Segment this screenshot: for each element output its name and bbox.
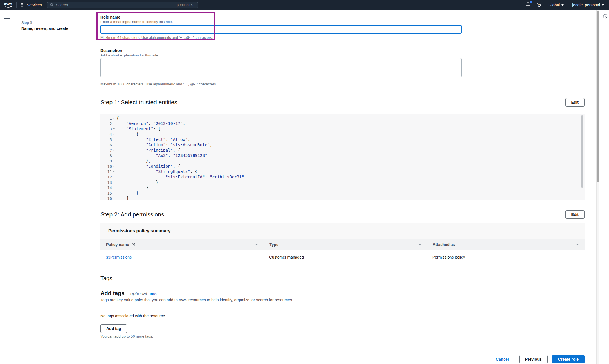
description-constraint: Maximum 1000 characters. Use alphanumeri…: [100, 82, 585, 87]
role-name-label: Role name: [100, 15, 585, 20]
chevron-down-icon: [561, 4, 564, 6]
main-content: Role name Enter a meaningful name to ide…: [100, 10, 585, 364]
add-tags-title: Add tags: [100, 290, 125, 297]
side-menu-toggle[interactable]: [4, 15, 10, 19]
sort-icon[interactable]: [576, 244, 579, 245]
wizard-step-title: Name, review, and create: [21, 26, 93, 31]
topbar-right-group: ? Global jeagle_personal: [526, 2, 604, 8]
permissions-summary-panel: Permissions policy summary Policy name T…: [100, 223, 585, 264]
step1-heading: Step 1: Select trusted entities: [100, 99, 177, 106]
create-role-button[interactable]: Create role: [552, 355, 585, 363]
tags-divider: [100, 306, 585, 306]
role-name-input-wrap: [100, 25, 462, 34]
editor-scrollbar[interactable]: [581, 115, 583, 188]
search-shortcut-hint: [Option+S]: [177, 3, 194, 7]
role-name-constraint: Maximum 64 characters. Use alphanumeric …: [100, 35, 585, 40]
column-header-attached-as[interactable]: Attached as: [427, 239, 585, 250]
code-gutter: 12345678910111213141516: [100, 116, 116, 200]
column-label: Type: [269, 242, 278, 247]
aws-smile-icon: [5, 6, 12, 8]
column-label: Attached as: [433, 242, 455, 247]
services-menu[interactable]: Services: [21, 3, 42, 7]
top-navigation-bar: aws Services Search [Option+S]: [0, 0, 609, 10]
cell-policy-name: s3Permissions: [100, 255, 264, 259]
tags-description: Tags are key-value pairs that you can ad…: [100, 298, 585, 302]
tags-section-heading: Tags: [100, 275, 585, 282]
description-hint: Add a short explanation for this role.: [100, 53, 585, 58]
table-header-row: Policy name Type Attached as: [100, 239, 585, 250]
region-label: Global: [549, 3, 560, 7]
help-icon: ?: [536, 3, 541, 7]
topbar-divider: [16, 2, 17, 8]
column-header-type[interactable]: Type: [264, 239, 427, 250]
policy-link[interactable]: s3Permissions: [106, 255, 132, 259]
notification-dot: [530, 1, 532, 3]
search-icon: [50, 3, 54, 7]
aws-logo[interactable]: aws: [4, 2, 12, 8]
column-label: Policy name: [106, 242, 129, 247]
apps-grid-icon: [21, 3, 25, 7]
table-row: s3Permissions Customer managed Permissio…: [100, 250, 585, 264]
step1-section-header: Step 1: Select trusted entities Edit: [100, 98, 585, 107]
description-textarea[interactable]: [100, 58, 462, 77]
aws-logo-text: aws: [4, 2, 12, 6]
wizard-step-label: Step 3: [21, 21, 93, 25]
step2-heading: Step 2: Add permissions: [100, 211, 164, 218]
role-name-input[interactable]: [100, 25, 462, 34]
add-tag-button[interactable]: Add tag: [100, 324, 127, 333]
tags-limit-text: You can add up to 50 more tags.: [100, 334, 585, 339]
previous-button[interactable]: Previous: [519, 355, 548, 363]
role-name-hint: Enter a meaningful name to identify this…: [100, 20, 585, 24]
column-header-policy-name[interactable]: Policy name: [100, 239, 264, 250]
add-tags-header: Add tags - optional Info: [100, 290, 585, 297]
permissions-panel-header: Permissions policy summary: [100, 223, 585, 239]
trust-policy-editor[interactable]: 12345678910111213141516 { "Version": "20…: [100, 114, 585, 200]
wizard-steps-nav: Step 3 Name, review, and create: [21, 18, 93, 31]
account-menu[interactable]: jeagle_personal: [572, 3, 604, 7]
svg-text:?: ?: [538, 4, 540, 6]
help-button[interactable]: ?: [536, 3, 541, 7]
cell-attached-as: Permissions policy: [427, 255, 585, 259]
bell-icon: [526, 2, 530, 7]
account-label: jeagle_personal: [572, 3, 600, 7]
cancel-button[interactable]: Cancel: [496, 357, 509, 361]
code-lines: { "Version": "2012-10-17", "Statement": …: [116, 116, 244, 200]
page-scrollbar-thumb[interactable]: [597, 11, 599, 182]
wizard-footer-actions: Cancel Previous Create role: [100, 355, 585, 363]
page-scrollbar: [596, 10, 599, 364]
edit-trusted-entities-button[interactable]: Edit: [565, 98, 585, 107]
text-cursor: [104, 27, 104, 32]
search-placeholder: Search: [56, 3, 68, 7]
sort-icon[interactable]: [418, 244, 421, 245]
permissions-panel-title: Permissions policy summary: [108, 229, 170, 234]
region-selector[interactable]: Global: [549, 3, 564, 7]
tags-empty-text: No tags associated with the resource.: [100, 314, 585, 318]
help-panel-rail: [601, 10, 609, 364]
step2-section-header: Step 2: Add permissions Edit: [100, 210, 585, 219]
info-icon[interactable]: [603, 14, 608, 19]
cell-type: Customer managed: [264, 255, 427, 259]
info-link[interactable]: Info: [150, 290, 157, 297]
search-input[interactable]: Search [Option+S]: [47, 2, 198, 8]
services-label: Services: [27, 3, 42, 7]
description-label: Description: [100, 48, 585, 53]
optional-label: - optional: [127, 290, 147, 297]
chevron-down-icon: [602, 4, 604, 6]
external-link-icon: [131, 243, 135, 247]
sort-icon[interactable]: [255, 244, 258, 245]
edit-permissions-button[interactable]: Edit: [565, 210, 585, 219]
notifications-button[interactable]: [526, 2, 530, 8]
